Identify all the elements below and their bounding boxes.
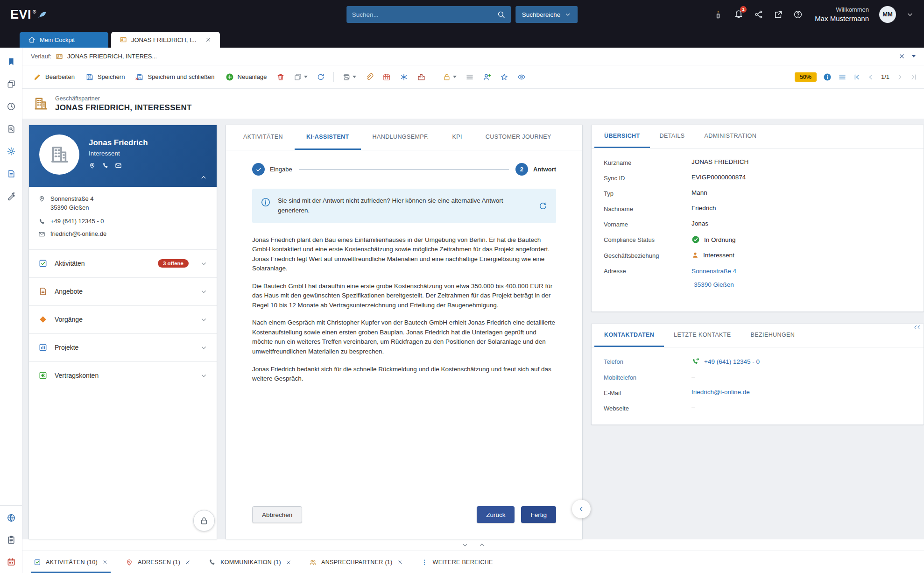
tab-letzte-kontakte[interactable]: LETZTE KONTAKTE	[664, 324, 741, 347]
tab-uebersicht[interactable]: ÜBERSICHT	[594, 125, 650, 148]
contact-email[interactable]: friedrich@t-online.de	[50, 230, 106, 237]
history-icon[interactable]	[7, 102, 16, 111]
tab-mein-cockpit[interactable]: Mein Cockpit	[20, 32, 108, 48]
copy-button[interactable]	[290, 69, 311, 85]
section-vertragskonten[interactable]: Vertragskonten	[29, 361, 217, 389]
tab-kpi[interactable]: KPI	[441, 125, 474, 150]
tools-wrench-icon[interactable]	[7, 191, 16, 201]
bottom-tab-kommunikation[interactable]: KOMMUNIKATION (1)	[202, 551, 298, 573]
menu-icon[interactable]	[838, 73, 846, 81]
report-document-icon[interactable]	[7, 169, 16, 178]
next-page-icon[interactable]	[896, 73, 903, 81]
section-angebote[interactable]: Angebote	[29, 277, 217, 305]
help-icon[interactable]	[793, 10, 803, 19]
share-icon[interactable]	[754, 10, 763, 19]
notifications-button[interactable]: 1	[734, 8, 744, 20]
user-avatar[interactable]: MM	[879, 6, 896, 23]
close-tab-icon[interactable]	[185, 559, 190, 565]
bookmarks-icon[interactable]	[7, 57, 16, 66]
email-link[interactable]: friedrich@t-online.de	[691, 389, 750, 396]
favorite-button[interactable]	[497, 69, 512, 85]
addons-button[interactable]	[414, 69, 429, 85]
history-dropdown-icon[interactable]	[912, 55, 916, 57]
notes-clipboard-icon[interactable]	[7, 535, 16, 545]
add-contact-button[interactable]	[480, 69, 494, 85]
collapse-card-icon[interactable]	[200, 174, 207, 181]
search-icon[interactable]	[497, 10, 505, 19]
calendar-icon[interactable]	[7, 557, 16, 566]
tab-administration[interactable]: ADMINISTRATION	[695, 125, 767, 148]
copy-dropdown-icon[interactable]	[304, 76, 308, 78]
mail-icon[interactable]	[115, 162, 122, 169]
back-button[interactable]: Zurück	[477, 506, 515, 523]
close-tab-icon[interactable]	[102, 559, 108, 565]
appointments-button[interactable]	[379, 69, 394, 85]
tab-handlungsempf[interactable]: HANDLUNGSEMPF.	[361, 125, 441, 150]
print-dropdown-icon[interactable]	[353, 76, 356, 78]
address-link-line2[interactable]: 35390 Gießen	[694, 280, 734, 290]
contact-avatar[interactable]	[39, 134, 79, 175]
watch-button[interactable]	[514, 69, 529, 85]
info-icon[interactable]	[823, 73, 832, 81]
chevron-down-icon[interactable]	[200, 344, 207, 351]
expand-right-panel-button[interactable]	[916, 324, 922, 331]
expand-up-icon[interactable]	[479, 542, 485, 548]
web-user-icon[interactable]	[7, 513, 16, 523]
bottom-tab-aktivitaeten[interactable]: AKTIVITÄTEN (10)	[27, 551, 114, 573]
tab-beziehungen[interactable]: BEZIEHUNGEN	[741, 324, 805, 347]
tab-jonas-friedrich[interactable]: JONAS FRIEDRICH, I...	[111, 32, 220, 48]
open-external-icon[interactable]	[774, 10, 783, 19]
phone-icon[interactable]	[102, 162, 109, 169]
collapse-panel-button[interactable]	[572, 500, 591, 518]
search-input[interactable]	[352, 11, 497, 18]
phone-link[interactable]: +49 (641) 12345 - 0	[704, 358, 760, 365]
search-box[interactable]	[346, 6, 511, 23]
first-page-icon[interactable]	[853, 73, 861, 81]
history-item[interactable]: JONAS FRIEDRICH, INTERES...	[67, 53, 157, 60]
bottom-tab-weitere-bereiche[interactable]: WEITERE BEREICHE	[414, 551, 500, 573]
user-menu-chevron-icon[interactable]	[906, 11, 914, 18]
tab-ki-assistent[interactable]: KI-ASSISTENT	[295, 125, 361, 150]
tab-aktivitaeten[interactable]: AKTIVITÄTEN	[232, 125, 295, 150]
tab-kontaktdaten[interactable]: KONTAKTDATEN	[594, 324, 664, 347]
tab-customer-journey[interactable]: CUSTOMER JOURNEY	[474, 125, 563, 150]
chevron-down-icon[interactable]	[200, 260, 207, 267]
close-history-icon[interactable]	[898, 53, 905, 60]
copy-stack-icon[interactable]	[7, 79, 16, 89]
section-aktivitaeten[interactable]: Aktivitäten 3 offene	[29, 249, 217, 277]
previous-page-icon[interactable]	[867, 73, 875, 81]
privacy-lock-button[interactable]	[193, 510, 215, 531]
phone-forward-icon[interactable]	[691, 357, 700, 366]
contact-phone[interactable]: +49 (641) 12345 - 0	[50, 218, 104, 225]
regenerate-icon[interactable]	[538, 201, 548, 211]
settings-gear-icon[interactable]	[7, 147, 16, 156]
bottom-tab-adressen[interactable]: ADRESSEN (1)	[119, 551, 197, 573]
cancel-button[interactable]: Abbrechen	[252, 506, 302, 523]
new-record-button[interactable]: Neuanlage	[221, 69, 271, 85]
expand-down-icon[interactable]	[462, 542, 468, 548]
candle-icon[interactable]	[713, 9, 723, 20]
permissions-dropdown-icon[interactable]	[453, 76, 457, 78]
print-button[interactable]	[339, 69, 360, 85]
chevron-down-icon[interactable]	[200, 316, 207, 323]
location-pin-icon[interactable]	[89, 162, 96, 169]
section-projekte[interactable]: Projekte	[29, 333, 217, 361]
document-search-icon[interactable]	[7, 124, 16, 134]
delete-button[interactable]	[273, 69, 288, 85]
permissions-button[interactable]	[439, 69, 460, 85]
tab-details[interactable]: DETAILS	[650, 125, 695, 148]
refresh-button[interactable]	[313, 69, 328, 85]
section-vorgaenge[interactable]: Vorgänge	[29, 305, 217, 333]
last-page-icon[interactable]	[910, 73, 917, 81]
chevron-down-icon[interactable]	[200, 372, 207, 379]
save-button[interactable]: Speichern	[81, 69, 129, 85]
close-tab-icon[interactable]	[397, 559, 403, 565]
functions-button[interactable]	[396, 69, 411, 85]
app-logo[interactable]: EVI ®	[10, 8, 47, 21]
close-tab-icon[interactable]	[286, 559, 291, 565]
finish-button[interactable]: Fertig	[521, 506, 556, 523]
attachment-button[interactable]	[362, 69, 377, 85]
chevron-down-icon[interactable]	[200, 288, 207, 295]
log-list-button[interactable]	[462, 69, 477, 85]
search-scope-dropdown[interactable]: Suchbereiche	[515, 6, 578, 23]
